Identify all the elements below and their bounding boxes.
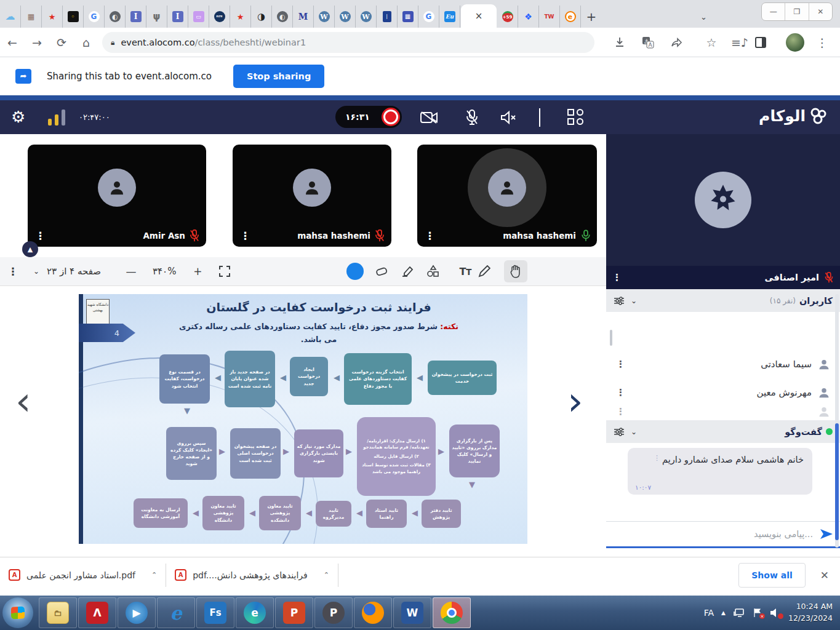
taskbar-media-player[interactable]: ▶ xyxy=(118,597,156,628)
pinned-tab[interactable]: G xyxy=(84,6,105,28)
download-icon[interactable] xyxy=(614,36,639,49)
pencil-icon[interactable] xyxy=(478,265,504,277)
pinned-tab[interactable]: ❘ xyxy=(377,6,398,28)
back-button[interactable]: ← xyxy=(0,36,25,49)
active-tab[interactable]: × xyxy=(461,4,497,28)
new-tab-button[interactable]: + xyxy=(581,6,602,28)
recording-indicator[interactable]: ۱۶:۳۱ xyxy=(335,106,402,128)
document-menu-icon[interactable]: ⋮ xyxy=(0,265,26,277)
pinned-tab[interactable]: ◐ xyxy=(105,6,126,28)
browser-menu-icon[interactable]: ⋮ xyxy=(809,36,835,49)
pinned-tab[interactable]: ψ xyxy=(146,6,167,28)
shapes-icon[interactable] xyxy=(426,265,452,278)
pinned-tab[interactable]: e xyxy=(560,6,581,28)
action-center-flag-icon[interactable]: × xyxy=(753,608,762,618)
tab-close-icon[interactable]: × xyxy=(475,10,483,22)
stop-sharing-button[interactable]: Stop sharing xyxy=(233,65,324,88)
tile-menu-icon[interactable]: ⋮ xyxy=(35,229,46,242)
taskbar-file-explorer[interactable]: 🗀 xyxy=(39,597,77,628)
pinned-tab[interactable]: I xyxy=(167,6,188,28)
download-item-chevron-icon[interactable]: ⌃ xyxy=(151,571,157,579)
zoom-in-button[interactable]: + xyxy=(185,265,210,277)
minimize-button[interactable]: — xyxy=(762,3,785,20)
chat-message-menu-icon[interactable]: ⋮ xyxy=(654,454,660,462)
show-all-downloads-button[interactable]: Show all xyxy=(738,563,806,588)
page-select-chevron-icon[interactable]: ⌄ xyxy=(26,267,47,276)
pinned-tab[interactable]: Eu xyxy=(439,6,460,28)
language-indicator[interactable]: FA xyxy=(704,608,714,618)
text-tool-icon[interactable]: TT xyxy=(452,266,478,277)
layout-grid-icon[interactable] xyxy=(567,109,583,125)
pinned-tab[interactable]: ◑ xyxy=(251,6,272,28)
pinned-tab[interactable]: ▦ xyxy=(398,6,418,28)
volume-muted-icon[interactable] xyxy=(770,608,781,618)
tray-expand-icon[interactable]: ▲ xyxy=(721,610,726,616)
translate-icon[interactable]: あA xyxy=(642,36,668,49)
fullscreen-icon[interactable] xyxy=(219,266,245,277)
taskbar-edge[interactable]: e xyxy=(236,597,274,628)
send-icon[interactable] xyxy=(819,528,834,540)
profile-avatar[interactable] xyxy=(786,33,804,52)
annotation-color-button[interactable] xyxy=(346,263,364,280)
shelf-close-icon[interactable]: ✕ xyxy=(820,569,829,581)
taskbar-internet-explorer[interactable]: e xyxy=(157,597,195,628)
share-icon[interactable] xyxy=(670,36,696,49)
pinned-tab[interactable]: ◦ xyxy=(63,6,84,28)
participant-tile[interactable]: ⋮ mahsa hashemi xyxy=(417,145,597,247)
pinned-tab[interactable]: +59 xyxy=(497,6,518,28)
user-menu-icon[interactable]: ⋮ xyxy=(616,359,625,370)
tile-menu-icon[interactable]: ⋮ xyxy=(240,229,250,242)
pinned-tab[interactable]: ★ xyxy=(42,6,63,28)
pinned-tab[interactable]: W xyxy=(314,6,335,28)
taskbar-chrome-active[interactable] xyxy=(433,597,471,628)
restore-button[interactable]: ❐ xyxy=(785,3,809,20)
user-row[interactable]: مهرنوش معین ⋮ xyxy=(606,379,840,406)
filter-icon[interactable] xyxy=(614,297,625,305)
camera-off-icon[interactable] xyxy=(420,109,438,126)
taskbar-word[interactable]: W xyxy=(393,597,431,628)
host-menu-icon[interactable]: ⋮ xyxy=(612,272,622,283)
users-scrollbar[interactable] xyxy=(610,330,612,346)
download-item-chevron-icon[interactable]: ⌃ xyxy=(324,571,329,579)
user-menu-icon[interactable]: ⋮ xyxy=(616,406,625,417)
pinned-tab[interactable]: ★ xyxy=(230,6,251,28)
zoom-out-button[interactable]: — xyxy=(118,265,144,277)
settings-gear-icon[interactable]: ⚙ xyxy=(11,108,25,126)
speaker-muted-icon[interactable] xyxy=(500,109,518,126)
taskbar-faststone[interactable]: Fs xyxy=(196,597,234,628)
sidebar-scrollbar[interactable] xyxy=(835,294,839,548)
start-button[interactable] xyxy=(2,597,33,628)
next-slide-chevron-icon[interactable]: › xyxy=(567,381,583,421)
pinned-tab[interactable]: ▭ xyxy=(188,6,209,28)
participant-tile[interactable]: ⋮ Amir Asn xyxy=(28,145,206,247)
pinned-tab[interactable]: TW xyxy=(539,6,560,28)
user-row-partial[interactable]: ⋮ xyxy=(606,405,840,418)
connection-quality-icon[interactable] xyxy=(48,110,65,126)
highlighter-icon[interactable] xyxy=(401,265,426,277)
tile-menu-icon[interactable]: ⋮ xyxy=(425,229,435,242)
eraser-icon[interactable] xyxy=(375,266,401,277)
microphone-off-icon[interactable] xyxy=(463,109,481,126)
close-button[interactable]: ✕ xyxy=(809,3,832,20)
tab-overflow-chevron-icon[interactable]: ⌄ xyxy=(700,6,707,28)
pinned-tab[interactable]: M xyxy=(293,6,314,28)
pinned-tab[interactable]: ELTE xyxy=(209,6,230,28)
home-button[interactable]: ⌂ xyxy=(74,36,98,49)
pinned-tab[interactable]: ▦ xyxy=(21,6,42,28)
taskbar-powerpoint[interactable]: P xyxy=(275,597,313,628)
playlist-extension-icon[interactable]: ≡♪ xyxy=(727,36,753,49)
pinned-tab[interactable]: W xyxy=(356,6,377,28)
slide-canvas[interactable]: دانشگاه شهید بهشتی 4 فرایند ثبت درخواست … xyxy=(79,294,527,544)
sidebar-scrollbar-thumb[interactable] xyxy=(835,423,839,540)
reload-button[interactable]: ⟳ xyxy=(49,36,74,49)
chat-section-header[interactable]: گفت‌وگو ⌄ xyxy=(606,420,840,443)
pinned-tab[interactable]: ☁ xyxy=(0,6,21,28)
taskbar-adobe-reader[interactable]: Λ xyxy=(78,597,116,628)
participant-tile[interactable]: ⋮ mahsa hashemi xyxy=(233,145,391,247)
users-collapse-chevron-icon[interactable]: ⌄ xyxy=(631,297,637,305)
pinned-tab[interactable]: W xyxy=(335,6,356,28)
pinned-tab[interactable]: ◐ xyxy=(272,6,293,28)
chat-collapse-chevron-icon[interactable]: ⌄ xyxy=(631,428,637,436)
collapse-tiles-button[interactable]: ▲ xyxy=(22,241,38,257)
pinned-tab[interactable]: G xyxy=(418,6,439,28)
